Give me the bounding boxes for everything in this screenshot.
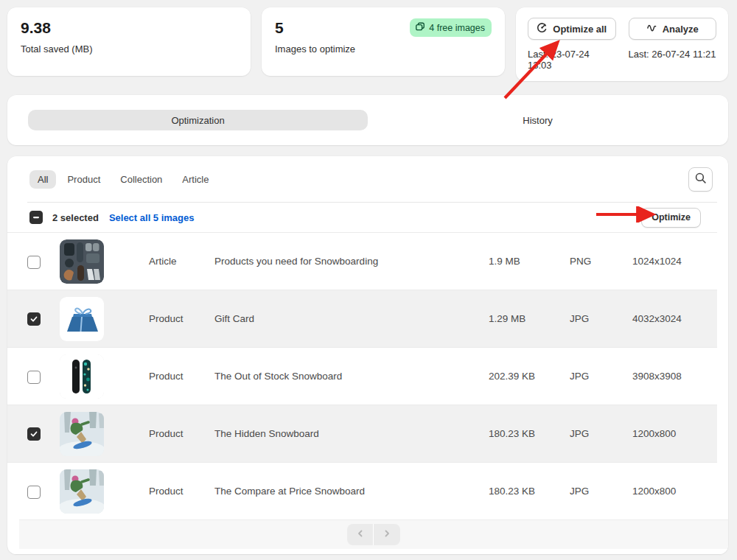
optimize-all-button[interactable]: Optimize all: [528, 18, 616, 40]
thumbnail-snowboarder: [60, 469, 104, 514]
row-dimensions: 1200x800: [632, 428, 710, 439]
gauge-icon: [537, 22, 548, 35]
search-button[interactable]: [688, 167, 713, 192]
total-saved-label: Total saved (MB): [21, 43, 237, 55]
tab-optimization[interactable]: Optimization: [28, 110, 368, 130]
image-rows: Article Products you need for Snowboardi…: [7, 232, 728, 519]
thumbnail-gift-card: [60, 297, 104, 341]
thumbnail-snowboards: [60, 354, 104, 399]
row-type: Product: [149, 371, 214, 382]
row-type: Product: [149, 428, 214, 439]
analyze-label: Analyze: [663, 24, 699, 35]
analyze-button[interactable]: Analyze: [629, 18, 717, 40]
row-checkbox[interactable]: [27, 256, 41, 269]
filter-tab-all[interactable]: All: [29, 170, 56, 189]
row-type: Product: [149, 486, 214, 497]
select-all-link[interactable]: Select all 5 images: [109, 212, 195, 223]
table-row[interactable]: Product The Out of Stock Snowboard 202.3…: [7, 347, 717, 405]
row-checkbox[interactable]: [27, 486, 41, 499]
row-dimensions: 1200x800: [632, 486, 710, 497]
selection-header: 2 selected Select all 5 images Optimize: [7, 203, 717, 232]
row-size: 1.29 MB: [489, 313, 570, 324]
table-row[interactable]: Product The Compare at Price Snowboard 1…: [7, 462, 717, 519]
free-images-badge: 4 free images: [410, 18, 492, 37]
waveform-icon: [646, 22, 657, 35]
row-dimensions: 3908x3908: [632, 371, 710, 382]
thumbnail-snowboarder: [60, 412, 104, 456]
indeterminate-minus-icon: [32, 214, 40, 221]
total-saved-card: 9.38 Total saved (MB): [7, 7, 251, 76]
row-checkbox[interactable]: [27, 312, 41, 326]
total-saved-value: 9.38: [21, 18, 237, 38]
row-dimensions: 1024x1024: [632, 256, 710, 267]
row-name: The Hidden Snowboard: [214, 428, 489, 439]
row-format: JPG: [570, 486, 632, 497]
images-to-optimize-card: 5 4 free images Images to optimize: [262, 7, 505, 76]
select-all-checkbox[interactable]: [29, 211, 43, 224]
images-stack-icon: [415, 21, 425, 34]
row-size: 1.9 MB: [489, 256, 570, 267]
row-size: 180.23 KB: [489, 486, 570, 497]
filter-tab-product[interactable]: Product: [58, 170, 109, 189]
thumbnail-gear-collage: [60, 239, 104, 284]
row-type: Article: [149, 256, 214, 267]
row-dimensions: 4032x3024: [632, 313, 710, 324]
optimize-all-last-run: Last: 23-07-24 13:03: [528, 49, 616, 71]
images-table-card: All Product Collection Article 2 selecte…: [7, 156, 728, 554]
row-name: Gift Card: [214, 313, 489, 324]
row-size: 180.23 KB: [489, 428, 570, 439]
chevron-left-icon: [356, 529, 365, 540]
optimize-selected-button[interactable]: Optimize: [641, 208, 701, 228]
checkmark-icon: [29, 315, 38, 323]
table-row[interactable]: Article Products you need for Snowboardi…: [7, 232, 717, 290]
free-images-badge-label: 4 free images: [429, 23, 485, 33]
row-format: JPG: [570, 371, 632, 382]
row-format: JPG: [570, 313, 632, 324]
filter-tab-collection[interactable]: Collection: [111, 170, 171, 189]
stats-row: 9.38 Total saved (MB) 5 4 free images Im…: [7, 7, 728, 81]
analyze-last-run: Last: 26-07-24 11:21: [629, 49, 717, 60]
pagination: [347, 524, 400, 545]
row-name: The Out of Stock Snowboard: [214, 371, 489, 382]
row-checkbox[interactable]: [27, 371, 41, 384]
row-size: 202.39 KB: [489, 371, 570, 382]
main-tabs: Optimization History: [7, 95, 728, 145]
images-to-optimize-label: Images to optimize: [275, 43, 492, 55]
search-icon: [694, 172, 707, 186]
filter-tab-article[interactable]: Article: [173, 170, 217, 189]
table-row[interactable]: Product The Hidden Snowboard 180.23 KB J…: [7, 405, 717, 462]
row-format: JPG: [570, 428, 632, 439]
pagination-next-button[interactable]: [374, 524, 400, 545]
selected-count: 2 selected: [52, 212, 99, 223]
filter-tabs-row: All Product Collection Article: [7, 156, 728, 202]
chevron-right-icon: [383, 529, 391, 540]
optimize-all-label: Optimize all: [553, 24, 607, 35]
row-format: PNG: [570, 256, 632, 267]
row-checkbox[interactable]: [27, 427, 41, 441]
checkmark-icon: [29, 430, 38, 438]
row-name: The Compare at Price Snowboard: [214, 486, 489, 497]
table-footer: [19, 519, 728, 549]
images-to-optimize-value: 5: [275, 18, 284, 38]
table-row[interactable]: Product Gift Card 1.29 MB JPG 4032x3024: [7, 290, 717, 347]
row-type: Product: [149, 313, 214, 324]
pagination-prev-button[interactable]: [347, 524, 374, 545]
row-name: Products you need for Snowboarding: [214, 256, 489, 267]
actions-card: Optimize all Last: 23-07-24 13:03 Analyz…: [516, 7, 728, 81]
tab-history[interactable]: History: [368, 110, 708, 130]
